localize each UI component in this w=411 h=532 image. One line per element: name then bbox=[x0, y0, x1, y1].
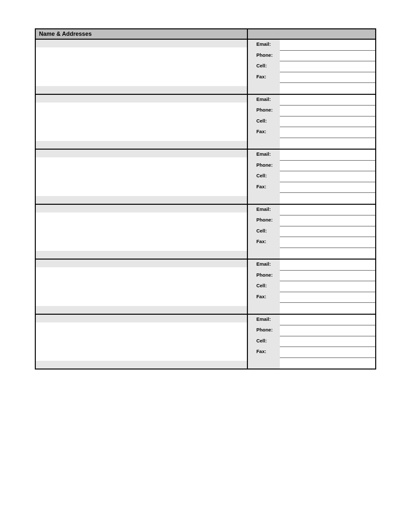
phone-label: Phone: bbox=[248, 51, 280, 62]
address-field[interactable] bbox=[36, 47, 247, 86]
extra-row bbox=[248, 358, 375, 369]
email-row: Email: bbox=[248, 150, 375, 161]
fax-row: Fax: bbox=[248, 237, 375, 248]
address-extra-field[interactable] bbox=[36, 306, 247, 314]
phone-label: Phone: bbox=[248, 105, 280, 116]
address-extra-field[interactable] bbox=[36, 86, 247, 94]
fax-row: Fax: bbox=[248, 347, 375, 358]
header-row: Name & Addresses bbox=[36, 29, 375, 40]
name-field[interactable] bbox=[36, 315, 247, 322]
phone-row: Phone: bbox=[248, 215, 375, 226]
address-form: Name & Addresses Email: Phone: Cell: Fax… bbox=[35, 28, 376, 369]
address-field[interactable] bbox=[36, 267, 247, 306]
cell-value[interactable] bbox=[280, 116, 375, 127]
email-label: Email: bbox=[248, 40, 280, 51]
header-title: Name & Addresses bbox=[36, 29, 248, 39]
address-column bbox=[36, 205, 248, 259]
address-field[interactable] bbox=[36, 212, 247, 251]
fax-value[interactable] bbox=[280, 347, 375, 358]
fax-label: Fax: bbox=[248, 347, 280, 358]
phone-value[interactable] bbox=[280, 51, 375, 62]
phone-value[interactable] bbox=[280, 215, 375, 226]
cell-value[interactable] bbox=[280, 171, 375, 182]
phone-value[interactable] bbox=[280, 271, 375, 281]
extra-value[interactable] bbox=[280, 358, 375, 369]
email-value[interactable] bbox=[280, 150, 375, 161]
cell-row: Cell: bbox=[248, 336, 375, 347]
contact-block: Email: Phone: Cell: Fax: bbox=[36, 260, 375, 315]
fax-value[interactable] bbox=[280, 182, 375, 193]
phone-label: Phone: bbox=[248, 271, 280, 281]
cell-label: Cell: bbox=[248, 281, 280, 292]
address-column bbox=[36, 95, 248, 149]
cell-row: Cell: bbox=[248, 281, 375, 292]
cell-row: Cell: bbox=[248, 171, 375, 182]
email-value[interactable] bbox=[280, 95, 375, 106]
phone-value[interactable] bbox=[280, 105, 375, 116]
email-row: Email: bbox=[248, 315, 375, 326]
fax-label: Fax: bbox=[248, 127, 280, 138]
extra-value[interactable] bbox=[280, 138, 375, 149]
name-field[interactable] bbox=[36, 40, 247, 47]
fax-value[interactable] bbox=[280, 72, 375, 83]
extra-label bbox=[248, 358, 280, 369]
details-column: Email: Phone: Cell: Fax: bbox=[248, 260, 375, 314]
extra-value[interactable] bbox=[280, 248, 375, 259]
email-value[interactable] bbox=[280, 205, 375, 216]
extra-label bbox=[248, 303, 280, 314]
address-field[interactable] bbox=[36, 322, 247, 361]
cell-value[interactable] bbox=[280, 226, 375, 237]
address-extra-field[interactable] bbox=[36, 141, 247, 149]
address-extra-field[interactable] bbox=[36, 361, 247, 369]
address-field[interactable] bbox=[36, 103, 247, 141]
phone-value[interactable] bbox=[280, 325, 375, 336]
contact-block: Email: Phone: Cell: Fax: bbox=[36, 40, 375, 95]
email-label: Email: bbox=[248, 315, 280, 326]
fax-row: Fax: bbox=[248, 182, 375, 193]
fax-value[interactable] bbox=[280, 237, 375, 248]
name-field[interactable] bbox=[36, 150, 247, 157]
cell-value[interactable] bbox=[280, 61, 375, 72]
name-field[interactable] bbox=[36, 95, 247, 103]
header-spacer bbox=[248, 29, 375, 39]
phone-row: Phone: bbox=[248, 271, 375, 281]
email-value[interactable] bbox=[280, 260, 375, 271]
cell-row: Cell: bbox=[248, 226, 375, 237]
phone-value[interactable] bbox=[280, 161, 375, 172]
email-label: Email: bbox=[248, 205, 280, 216]
name-field[interactable] bbox=[36, 205, 247, 212]
extra-value[interactable] bbox=[280, 83, 375, 94]
details-column: Email: Phone: Cell: Fax: bbox=[248, 205, 375, 259]
details-column: Email: Phone: Cell: Fax: bbox=[248, 315, 375, 369]
extra-value[interactable] bbox=[280, 193, 375, 204]
address-field[interactable] bbox=[36, 157, 247, 196]
fax-row: Fax: bbox=[248, 292, 375, 303]
email-label: Email: bbox=[248, 150, 280, 161]
fax-row: Fax: bbox=[248, 127, 375, 138]
phone-row: Phone: bbox=[248, 161, 375, 172]
email-value[interactable] bbox=[280, 315, 375, 326]
extra-row bbox=[248, 193, 375, 204]
cell-row: Cell: bbox=[248, 61, 375, 72]
address-extra-field[interactable] bbox=[36, 251, 247, 259]
name-field[interactable] bbox=[36, 260, 247, 267]
phone-label: Phone: bbox=[248, 215, 280, 226]
address-extra-field[interactable] bbox=[36, 196, 247, 204]
email-row: Email: bbox=[248, 205, 375, 216]
fax-value[interactable] bbox=[280, 292, 375, 303]
email-row: Email: bbox=[248, 40, 375, 51]
fax-label: Fax: bbox=[248, 72, 280, 83]
email-value[interactable] bbox=[280, 40, 375, 51]
email-label: Email: bbox=[248, 95, 280, 106]
cell-label: Cell: bbox=[248, 226, 280, 237]
fax-label: Fax: bbox=[248, 182, 280, 193]
cell-row: Cell: bbox=[248, 116, 375, 127]
cell-label: Cell: bbox=[248, 171, 280, 182]
fax-value[interactable] bbox=[280, 127, 375, 138]
cell-value[interactable] bbox=[280, 281, 375, 292]
cell-value[interactable] bbox=[280, 336, 375, 347]
address-column bbox=[36, 315, 248, 369]
phone-row: Phone: bbox=[248, 325, 375, 336]
extra-value[interactable] bbox=[280, 303, 375, 314]
contact-block: Email: Phone: Cell: Fax: bbox=[36, 150, 375, 205]
